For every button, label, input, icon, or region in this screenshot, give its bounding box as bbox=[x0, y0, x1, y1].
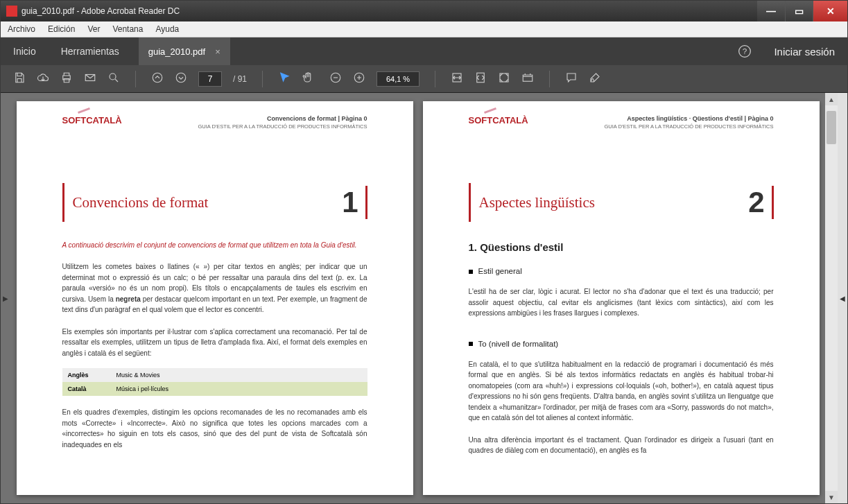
page-hdr-line1: Aspectes lingüístics · Qüestions d'estil… bbox=[605, 115, 774, 122]
logo: SOFTCATALÀ bbox=[469, 115, 528, 125]
window-title: guia_2010.pdf - Adobe Acrobat Reader DC bbox=[21, 6, 757, 16]
chapter-number: 2 bbox=[748, 186, 773, 219]
fit-width-icon[interactable] bbox=[451, 71, 463, 87]
svg-rect-11 bbox=[523, 75, 533, 81]
page-down-icon[interactable] bbox=[175, 71, 187, 87]
page-total-label: / 91 bbox=[233, 74, 247, 84]
fullscreen-icon[interactable] bbox=[498, 71, 510, 87]
read-mode-icon[interactable] bbox=[521, 71, 534, 87]
subsection-heading: Estil general bbox=[469, 267, 774, 275]
subsection-heading: To (nivell de formalitat) bbox=[469, 340, 774, 348]
body-paragraph: Una altra diferència important és el tra… bbox=[469, 435, 774, 456]
chapter-title: Aspectes lingüístics bbox=[479, 194, 595, 211]
menu-archivo[interactable]: Archivo bbox=[8, 24, 35, 34]
table-row: AnglèsMusic & Movies bbox=[62, 368, 367, 382]
body-paragraph: Utilitzem les cometes baixes o llatines … bbox=[62, 261, 367, 315]
menu-ventana[interactable]: Ventana bbox=[112, 24, 143, 34]
tab-tools[interactable]: Herramientas bbox=[49, 37, 132, 65]
svg-point-3 bbox=[110, 73, 116, 80]
body-paragraph: En els quadres d'exemples, distingim les… bbox=[62, 407, 367, 450]
page-up-icon[interactable] bbox=[151, 71, 164, 87]
pdf-page-right: SOFTCATALÀ Aspectes lingüístics · Qüesti… bbox=[423, 101, 820, 495]
sign-icon[interactable] bbox=[589, 71, 601, 87]
scroll-up-icon[interactable]: ▲ bbox=[825, 93, 838, 105]
page-hdr-line1: Convencions de format | Pàgina 0 bbox=[198, 115, 367, 122]
svg-text:?: ? bbox=[743, 46, 747, 55]
example-table: AnglèsMusic & Movies CatalàMúsica i pel·… bbox=[62, 368, 367, 396]
scroll-thumb[interactable] bbox=[827, 111, 836, 144]
tab-document[interactable]: guia_2010.pdf × bbox=[139, 37, 230, 65]
fit-page-icon[interactable] bbox=[474, 71, 487, 87]
left-panel-toggle[interactable]: ▶ bbox=[1, 93, 10, 503]
logo: SOFTCATALÀ bbox=[62, 115, 122, 125]
comment-icon[interactable] bbox=[565, 71, 578, 87]
page-number-input[interactable] bbox=[198, 71, 222, 87]
titlebar: guia_2010.pdf - Adobe Acrobat Reader DC … bbox=[1, 1, 847, 21]
vertical-scrollbar[interactable]: ▲ ▼ bbox=[825, 93, 838, 503]
page-hdr-line2: GUIA D'ESTIL PER A LA TRADUCCIÓ DE PRODU… bbox=[198, 123, 367, 130]
signin-button[interactable]: Iniciar sesión bbox=[761, 37, 847, 65]
chapter-number: 1 bbox=[342, 186, 367, 219]
menubar: Archivo Edición Ver Ventana Ayuda bbox=[1, 21, 847, 37]
svg-point-4 bbox=[153, 73, 162, 82]
print-icon[interactable] bbox=[60, 71, 73, 87]
menu-edicion[interactable]: Edición bbox=[48, 24, 75, 34]
toolbar: / 91 bbox=[1, 65, 847, 93]
selection-tool-icon[interactable] bbox=[278, 71, 291, 87]
right-panel-toggle[interactable]: ◀ bbox=[838, 93, 847, 503]
section-heading: 1. Qüestions d'estil bbox=[469, 241, 774, 253]
tab-document-label: guia_2010.pdf bbox=[148, 46, 205, 57]
chapter-title: Convencions de format bbox=[73, 194, 209, 211]
zoom-out-icon[interactable] bbox=[329, 71, 342, 87]
body-paragraph: L'estil ha de ser clar, lògic i acurat. … bbox=[469, 286, 774, 319]
scroll-down-icon[interactable]: ▼ bbox=[825, 491, 838, 503]
zoom-in-icon[interactable] bbox=[353, 71, 365, 87]
svg-rect-9 bbox=[477, 73, 485, 82]
zoom-input[interactable] bbox=[377, 71, 419, 87]
close-button[interactable]: ✕ bbox=[813, 1, 847, 21]
svg-point-5 bbox=[176, 73, 186, 82]
body-paragraph: En català, el to que s'utilitza habitual… bbox=[469, 359, 774, 424]
help-icon[interactable]: ? bbox=[728, 37, 761, 65]
page-hdr-line2: GUIA D'ESTIL PER A LA TRADUCCIÓ DE PRODU… bbox=[605, 123, 774, 130]
save-icon[interactable] bbox=[13, 71, 26, 87]
maximize-button[interactable]: ▭ bbox=[785, 1, 813, 21]
scroll-track[interactable] bbox=[825, 105, 838, 491]
app-icon bbox=[6, 6, 17, 17]
minimize-button[interactable]: — bbox=[757, 1, 785, 21]
page-viewport[interactable]: SOFTCATALÀ Convencions de format | Pàgin… bbox=[10, 93, 825, 503]
pdf-page-left: SOFTCATALÀ Convencions de format | Pàgin… bbox=[17, 101, 413, 495]
menu-ver[interactable]: Ver bbox=[87, 24, 100, 34]
window-controls: — ▭ ✕ bbox=[757, 1, 847, 21]
intro-text: A continuació descrivim el conjunt de co… bbox=[62, 240, 367, 250]
tabbar: Inicio Herramientas guia_2010.pdf × ? In… bbox=[1, 37, 847, 65]
tab-home[interactable]: Inicio bbox=[1, 37, 49, 65]
cloud-icon[interactable] bbox=[37, 71, 49, 87]
search-icon[interactable] bbox=[107, 71, 120, 87]
hand-tool-icon[interactable] bbox=[302, 71, 314, 87]
body-paragraph: Els exemples són importants per il·lustr… bbox=[62, 327, 367, 359]
document-area: ▶ SOFTCATALÀ Convencions de format | Pàg… bbox=[1, 93, 847, 503]
table-row: CatalàMúsica i pel·lícules bbox=[62, 382, 367, 396]
close-tab-icon[interactable]: × bbox=[215, 46, 220, 57]
menu-ayuda[interactable]: Ayuda bbox=[155, 24, 179, 34]
email-icon[interactable] bbox=[84, 71, 96, 87]
